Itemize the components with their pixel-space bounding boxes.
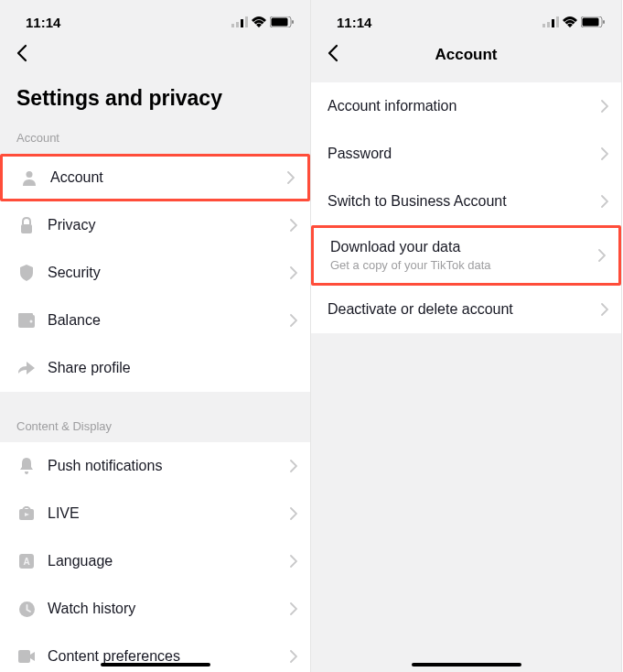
bell-icon: [16, 458, 37, 474]
wifi-icon: [563, 16, 577, 27]
nav-bar: Account: [311, 38, 621, 75]
status-bar: 11:14: [0, 0, 310, 38]
chevron-right-icon: [598, 249, 606, 262]
chevron-right-icon: [290, 219, 297, 232]
list-item-label: LIVE: [48, 505, 290, 522]
status-icons: [542, 16, 605, 27]
list-item-password[interactable]: Password: [311, 130, 621, 178]
list-item-label: Switch to Business Account: [328, 193, 601, 210]
section-gap: [0, 392, 310, 414]
video-icon: [16, 650, 37, 663]
list-item-label: Account information: [328, 98, 601, 114]
status-icons: [231, 16, 294, 27]
svg-rect-21: [556, 16, 559, 27]
list-item-balance[interactable]: Balance: [0, 297, 310, 344]
chevron-right-icon: [290, 650, 297, 663]
status-bar: 11:14: [311, 0, 621, 38]
chevron-right-icon: [290, 507, 297, 520]
list-item-label: Download your data: [330, 239, 598, 255]
svg-rect-3: [245, 16, 248, 27]
svg-rect-16: [18, 650, 30, 663]
status-time: 11:14: [337, 15, 371, 30]
list-item-push-notifications[interactable]: Push notifications: [0, 442, 310, 490]
list-group-account: Account Privacy Security Balance: [0, 154, 310, 392]
signal-icon: [231, 16, 248, 27]
svg-rect-10: [18, 313, 33, 317]
share-icon: [16, 361, 37, 375]
svg-rect-0: [231, 24, 234, 27]
chevron-right-icon: [601, 303, 608, 316]
list-item-watch-history[interactable]: Watch history: [0, 585, 310, 633]
list-item-account[interactable]: Account: [0, 154, 310, 201]
wifi-icon: [252, 16, 266, 27]
chevron-right-icon: [290, 460, 297, 472]
back-button[interactable]: [11, 42, 33, 68]
live-icon: [16, 506, 37, 521]
list-item-label: Share profile: [48, 360, 297, 376]
list-item-label: Push notifications: [48, 458, 290, 474]
chevron-right-icon: [290, 314, 297, 327]
list-item-download-data[interactable]: Download your data Get a copy of your Ti…: [311, 225, 621, 286]
list-item-switch-business[interactable]: Switch to Business Account: [311, 178, 621, 225]
section-header-content: Content & Display: [0, 414, 310, 442]
list-item-label: Security: [48, 265, 290, 281]
list-item-label: Deactivate or delete account: [328, 301, 601, 318]
chevron-left-icon: [328, 44, 338, 62]
section-header-account: Account: [0, 125, 310, 154]
list-item-label: Watch history: [48, 601, 290, 617]
history-icon: [16, 602, 37, 617]
svg-rect-23: [583, 18, 599, 27]
svg-rect-8: [21, 224, 32, 233]
chevron-right-icon: [601, 100, 608, 113]
user-icon: [19, 169, 39, 186]
wallet-icon: [16, 313, 37, 328]
list-item-share-profile[interactable]: Share profile: [0, 344, 310, 392]
nav-title: Account: [311, 46, 621, 64]
nav-bar: [0, 38, 310, 75]
back-button[interactable]: [322, 42, 344, 68]
signal-icon: [542, 16, 559, 27]
chevron-right-icon: [601, 195, 608, 208]
svg-point-7: [27, 171, 33, 178]
svg-rect-5: [272, 18, 288, 27]
chevron-left-icon: [16, 44, 27, 62]
chevron-right-icon: [290, 555, 297, 568]
lock-icon: [16, 217, 37, 233]
list-item-label: Language: [48, 553, 290, 569]
list-item-label: Account: [50, 169, 287, 186]
list-item-live[interactable]: LIVE: [0, 490, 310, 537]
home-indicator[interactable]: [412, 663, 521, 667]
svg-rect-19: [547, 22, 550, 27]
list-item-language[interactable]: A Language: [0, 537, 310, 585]
battery-icon: [581, 16, 605, 27]
list-group-content: Push notifications LIVE A Language Watch…: [0, 442, 310, 672]
svg-rect-24: [603, 20, 605, 24]
svg-text:A: A: [23, 557, 29, 567]
page-title: Settings and privacy: [0, 75, 310, 125]
list-item-subtitle: Get a copy of your TikTok data: [330, 258, 598, 272]
list-item-label: Balance: [48, 312, 290, 329]
svg-rect-6: [292, 20, 294, 24]
settings-screen: 11:14 Settings and privacy Account Accou…: [0, 0, 311, 672]
language-icon: A: [16, 554, 37, 569]
chevron-right-icon: [287, 171, 295, 184]
list-group-account-detail: Account information Password Switch to B…: [311, 82, 621, 333]
list-item-privacy[interactable]: Privacy: [0, 201, 310, 249]
list-item-label: Privacy: [48, 217, 290, 233]
status-time: 11:14: [26, 15, 60, 30]
chevron-right-icon: [290, 266, 297, 279]
list-item-security[interactable]: Security: [0, 249, 310, 297]
chevron-right-icon: [601, 147, 608, 160]
battery-icon: [270, 16, 294, 27]
chevron-right-icon: [290, 602, 297, 615]
account-screen: 11:14 Account Account information Passwo…: [311, 0, 622, 672]
home-indicator[interactable]: [101, 663, 210, 667]
list-item-label: Password: [328, 146, 601, 162]
svg-rect-18: [542, 24, 545, 27]
svg-point-11: [30, 320, 33, 323]
shield-icon: [16, 265, 37, 281]
svg-rect-1: [236, 22, 239, 27]
svg-rect-2: [241, 19, 243, 27]
list-item-account-information[interactable]: Account information: [311, 82, 621, 130]
list-item-deactivate-delete[interactable]: Deactivate or delete account: [311, 286, 621, 333]
